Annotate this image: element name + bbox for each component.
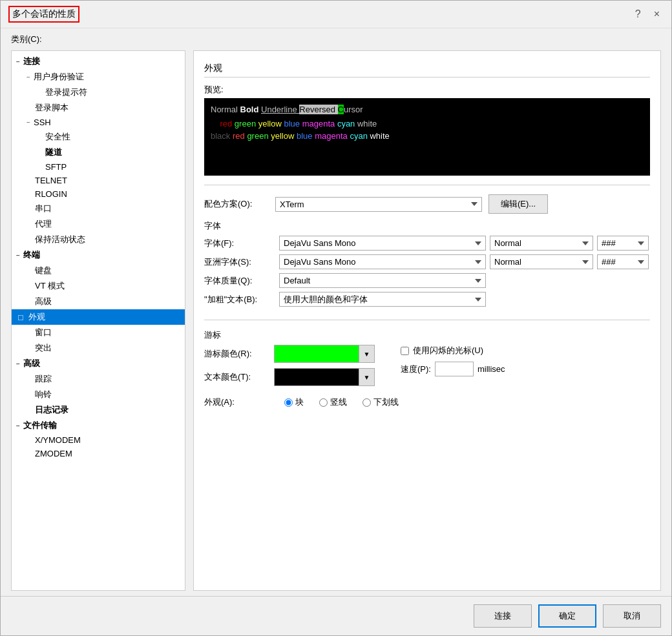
speed-label: 速度(P): [401, 364, 431, 375]
tree-item-security[interactable]: 安全性 [12, 129, 185, 145]
tree-item-advanced2[interactable]: − 高级 [12, 356, 185, 371]
cursor-color-label: 游标颜色(R): [204, 348, 269, 360]
cursor-color-btn[interactable]: ▼ [274, 345, 375, 363]
shape-vbar-radio[interactable] [319, 398, 328, 407]
cursor-color-row: 游标颜色(R): ▼ [204, 345, 375, 363]
bold-select[interactable]: 使用大胆的颜色和字体 [279, 292, 486, 307]
label-advanced2: 高级 [23, 358, 40, 369]
shape-underline-label: 下划线 [373, 396, 399, 408]
toggle-filetransfer[interactable]: − [13, 422, 23, 429]
blink-checkbox[interactable] [401, 347, 409, 355]
tree-item-connection[interactable]: − 连接 [12, 54, 185, 69]
section-header: 外观 [204, 59, 650, 77]
preview-reversed: Reversed [299, 105, 337, 114]
ok-button[interactable]: 确定 [538, 604, 596, 628]
shape-underline-radio[interactable] [362, 398, 371, 407]
tree-item-tunnel[interactable]: 隧道 [12, 145, 185, 160]
bold-label: "加粗"文本(B): [204, 294, 275, 305]
color-scheme-label: 配色方案(O): [204, 198, 269, 210]
label-keyboard: 键盘 [35, 265, 52, 276]
font-style-select[interactable]: Normal [490, 236, 593, 251]
asian-font-style-select[interactable]: Normal [490, 254, 593, 269]
tree-item-keyboard[interactable]: 键盘 [12, 263, 185, 278]
label-loginprompt: 登录提示符 [45, 87, 87, 98]
preview-bold: Bold [240, 105, 262, 114]
connect-button[interactable]: 连接 [474, 604, 532, 628]
tree-item-bell[interactable]: 响铃 [12, 387, 185, 402]
preview-cursor: C [338, 105, 344, 114]
tree-item-log[interactable]: 日志记录 [12, 402, 185, 418]
text-color-swatch [275, 369, 359, 385]
title-bar: 多个会话的性质 ? × [1, 1, 671, 28]
shape-block[interactable]: 块 [284, 396, 304, 408]
toggle-terminal[interactable]: − [13, 252, 23, 259]
text-color-dropdown[interactable]: ▼ [359, 369, 374, 385]
color-scheme-select[interactable]: XTerm [275, 197, 482, 212]
label-tunnel: 隧道 [45, 147, 62, 158]
tree-item-filetransfer[interactable]: − 文件传输 [12, 418, 185, 433]
speed-input[interactable] [435, 362, 474, 376]
tree-item-proxy[interactable]: 代理 [12, 216, 185, 232]
tree-item-sftp[interactable]: SFTP [12, 160, 185, 174]
label-rlogin: RLOGIN [35, 189, 67, 199]
tree-item-tracking[interactable]: 跟踪 [12, 371, 185, 387]
toggle-userauth[interactable]: − [23, 74, 34, 81]
asian-font-row: 亚洲字体(S): DejaVu Sans Mono Normal ### [204, 254, 650, 269]
divider1 [204, 185, 650, 185]
cursor-color-swatch [275, 345, 359, 362]
font-name-select[interactable]: DejaVu Sans Mono [279, 236, 486, 251]
text-color-btn[interactable]: ▼ [274, 368, 375, 386]
speed-row: 速度(P): millisec [401, 362, 505, 376]
shape-vbar[interactable]: 竖线 [319, 396, 347, 408]
quality-select[interactable]: Default [279, 273, 486, 288]
tree-item-appearance[interactable]: □ 外观 [12, 309, 185, 325]
preview-section: 预览: Normal Bold Underline Reversed Curso… [204, 84, 650, 176]
tree-item-highlight[interactable]: 突出 [12, 340, 185, 356]
shape-underline[interactable]: 下划线 [362, 396, 399, 408]
tree-item-loginscript[interactable]: 登录脚本 [12, 100, 185, 116]
label-highlight: 突出 [35, 342, 52, 354]
tree-item-keepalive[interactable]: 保持活动状态 [12, 232, 185, 247]
cursor-color-dropdown[interactable]: ▼ [359, 345, 374, 362]
tree-item-vtmode[interactable]: VT 模式 [12, 278, 185, 294]
asian-font-size-select[interactable]: ### [597, 254, 649, 269]
tree-item-window[interactable]: 窗口 [12, 325, 185, 340]
shape-block-radio[interactable] [284, 398, 293, 407]
toggle-ssh[interactable]: − [23, 119, 34, 126]
right-panel: 外观 预览: Normal Bold Underline Reversed Cu… [193, 50, 661, 591]
label-appearance: 外观 [28, 311, 45, 323]
tree-item-ssh[interactable]: − SSH [12, 116, 185, 129]
tree-item-terminal[interactable]: − 终端 [12, 247, 185, 263]
edit-button[interactable]: 编辑(E)... [488, 194, 548, 214]
quality-row: 字体质量(Q): Default [204, 273, 650, 288]
tree-item-userauth[interactable]: − 用户身份验证 [12, 69, 185, 85]
cursor-right-col: 使用闪烁的光标(U) 速度(P): millisec [401, 345, 505, 376]
font-row-1: 字体(F): DejaVu Sans Mono Normal ### [204, 236, 650, 251]
font-size-select[interactable]: ### [597, 236, 649, 251]
toggle-connection[interactable]: − [13, 58, 23, 65]
label-connection: 连接 [23, 56, 40, 67]
cursor-shape-row: 外观(A): 块 竖线 下划线 [204, 396, 650, 408]
cancel-button[interactable]: 取消 [603, 604, 661, 628]
label-telnet: TELNET [35, 176, 67, 185]
shape-block-label: 块 [295, 396, 304, 408]
quality-label: 字体质量(Q): [204, 275, 275, 287]
asian-font-name-select[interactable]: DejaVu Sans Mono [279, 254, 486, 269]
close-button[interactable]: × [650, 7, 664, 21]
preview-underline: Underline [261, 105, 299, 114]
text-color-label: 文本颜色(T): [204, 371, 269, 383]
toggle-advanced2[interactable]: − [13, 360, 23, 367]
tree-item-advanced1[interactable]: 高级 [12, 294, 185, 309]
tree-item-zmodem[interactable]: ZMODEM [12, 447, 185, 460]
tree-item-serial[interactable]: 串口 [12, 201, 185, 216]
help-button[interactable]: ? [631, 7, 645, 21]
preview-cursor-rest: ursor [344, 105, 363, 114]
label-proxy: 代理 [35, 218, 52, 230]
tree-item-rlogin[interactable]: RLOGIN [12, 187, 185, 201]
tree-item-loginprompt[interactable]: 登录提示符 [12, 85, 185, 100]
preview-line3: black red green yellow blue magenta cyan… [211, 130, 644, 143]
dialog: 多个会话的性质 ? × 类别(C): − 连接 − 用户身份验证 [0, 0, 672, 636]
tree-item-xymodem[interactable]: X/YMODEM [12, 433, 185, 447]
tree-item-telnet[interactable]: TELNET [12, 174, 185, 187]
tree-panel[interactable]: − 连接 − 用户身份验证 登录提示符 登录脚本 [11, 50, 185, 591]
